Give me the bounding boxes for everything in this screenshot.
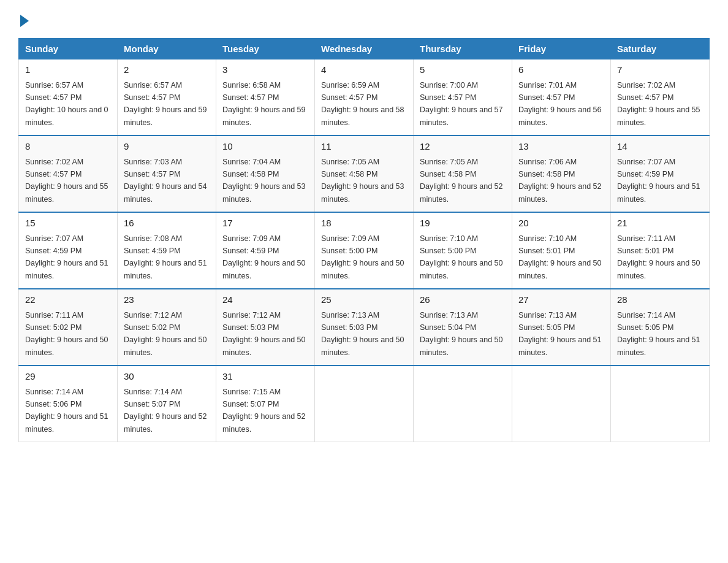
week-row-1: 1 Sunrise: 6:57 AMSunset: 4:57 PMDayligh…	[19, 59, 710, 136]
calendar-cell	[414, 366, 512, 442]
day-info: Sunrise: 7:14 AMSunset: 5:07 PMDaylight:…	[124, 388, 207, 434]
day-number: 9	[124, 140, 210, 154]
day-number: 7	[617, 63, 703, 77]
day-info: Sunrise: 7:13 AMSunset: 5:03 PMDaylight:…	[321, 311, 404, 357]
day-number: 29	[25, 370, 111, 384]
day-number: 27	[518, 293, 604, 307]
calendar-cell: 14 Sunrise: 7:07 AMSunset: 4:59 PMDaylig…	[611, 136, 710, 212]
day-info: Sunrise: 7:11 AMSunset: 5:02 PMDaylight:…	[25, 311, 108, 357]
calendar-cell: 19 Sunrise: 7:10 AMSunset: 5:00 PMDaylig…	[414, 212, 512, 289]
calendar-cell: 11 Sunrise: 7:05 AMSunset: 4:58 PMDaylig…	[315, 136, 414, 212]
day-info: Sunrise: 7:14 AMSunset: 5:05 PMDaylight:…	[617, 311, 700, 357]
header-monday: Monday	[118, 39, 216, 59]
calendar-cell: 3 Sunrise: 6:58 AMSunset: 4:57 PMDayligh…	[216, 59, 315, 136]
day-number: 2	[124, 63, 210, 77]
day-number: 5	[420, 63, 506, 77]
calendar-cell: 9 Sunrise: 7:03 AMSunset: 4:57 PMDayligh…	[118, 136, 216, 212]
day-number: 8	[25, 140, 111, 154]
calendar-cell: 20 Sunrise: 7:10 AMSunset: 5:01 PMDaylig…	[512, 212, 611, 289]
day-info: Sunrise: 7:09 AMSunset: 4:59 PMDaylight:…	[222, 234, 306, 280]
day-info: Sunrise: 6:57 AMSunset: 4:57 PMDaylight:…	[25, 81, 108, 127]
calendar-cell: 2 Sunrise: 6:57 AMSunset: 4:57 PMDayligh…	[118, 59, 216, 136]
calendar-cell: 1 Sunrise: 6:57 AMSunset: 4:57 PMDayligh…	[19, 59, 118, 136]
day-info: Sunrise: 7:09 AMSunset: 5:00 PMDaylight:…	[321, 234, 404, 280]
day-number: 12	[420, 140, 506, 154]
day-info: Sunrise: 6:57 AMSunset: 4:57 PMDaylight:…	[124, 81, 207, 127]
calendar-cell: 5 Sunrise: 7:00 AMSunset: 4:57 PMDayligh…	[414, 59, 512, 136]
calendar-cell: 6 Sunrise: 7:01 AMSunset: 4:57 PMDayligh…	[512, 59, 611, 136]
day-number: 1	[25, 63, 111, 77]
day-number: 25	[321, 293, 407, 307]
day-number: 23	[124, 293, 210, 307]
day-number: 6	[518, 63, 604, 77]
day-info: Sunrise: 7:02 AMSunset: 4:57 PMDaylight:…	[25, 158, 108, 204]
calendar-cell: 7 Sunrise: 7:02 AMSunset: 4:57 PMDayligh…	[611, 59, 710, 136]
day-number: 30	[124, 370, 210, 384]
day-number: 4	[321, 63, 407, 77]
calendar-cell: 18 Sunrise: 7:09 AMSunset: 5:00 PMDaylig…	[315, 212, 414, 289]
day-number: 13	[518, 140, 604, 154]
week-row-5: 29 Sunrise: 7:14 AMSunset: 5:06 PMDaylig…	[19, 366, 710, 442]
day-number: 11	[321, 140, 407, 154]
day-number: 28	[617, 293, 703, 307]
calendar-cell: 26 Sunrise: 7:13 AMSunset: 5:04 PMDaylig…	[414, 289, 512, 366]
calendar-cell	[512, 366, 611, 442]
calendar-cell: 29 Sunrise: 7:14 AMSunset: 5:06 PMDaylig…	[19, 366, 118, 442]
day-info: Sunrise: 7:08 AMSunset: 4:59 PMDaylight:…	[124, 234, 207, 280]
day-number: 21	[617, 216, 703, 231]
logo-arrow-icon	[20, 15, 29, 27]
calendar-cell: 12 Sunrise: 7:05 AMSunset: 4:58 PMDaylig…	[414, 136, 512, 212]
day-number: 31	[222, 370, 308, 384]
day-info: Sunrise: 7:14 AMSunset: 5:06 PMDaylight:…	[25, 388, 108, 434]
day-info: Sunrise: 7:03 AMSunset: 4:57 PMDaylight:…	[124, 158, 207, 204]
day-info: Sunrise: 7:01 AMSunset: 4:57 PMDaylight:…	[518, 81, 602, 127]
day-info: Sunrise: 7:10 AMSunset: 5:00 PMDaylight:…	[420, 234, 503, 280]
day-info: Sunrise: 7:12 AMSunset: 5:02 PMDaylight:…	[124, 311, 207, 357]
day-number: 16	[124, 216, 210, 231]
day-number: 3	[222, 63, 308, 77]
day-number: 24	[222, 293, 308, 307]
calendar-cell	[611, 366, 710, 442]
calendar-cell: 21 Sunrise: 7:11 AMSunset: 5:01 PMDaylig…	[611, 212, 710, 289]
day-number: 15	[25, 216, 111, 231]
day-info: Sunrise: 7:05 AMSunset: 4:58 PMDaylight:…	[321, 158, 404, 204]
day-number: 19	[420, 216, 506, 231]
calendar-cell: 10 Sunrise: 7:04 AMSunset: 4:58 PMDaylig…	[216, 136, 315, 212]
day-info: Sunrise: 7:13 AMSunset: 5:05 PMDaylight:…	[518, 311, 602, 357]
day-info: Sunrise: 7:11 AMSunset: 5:01 PMDaylight:…	[617, 234, 700, 280]
week-row-2: 8 Sunrise: 7:02 AMSunset: 4:57 PMDayligh…	[19, 136, 710, 212]
header-wednesday: Wednesday	[315, 39, 414, 59]
day-info: Sunrise: 7:05 AMSunset: 4:58 PMDaylight:…	[420, 158, 503, 204]
page-header	[18, 12, 710, 27]
day-number: 14	[617, 140, 703, 154]
day-info: Sunrise: 7:15 AMSunset: 5:07 PMDaylight:…	[222, 388, 306, 434]
calendar-cell: 16 Sunrise: 7:08 AMSunset: 4:59 PMDaylig…	[118, 212, 216, 289]
day-info: Sunrise: 7:10 AMSunset: 5:01 PMDaylight:…	[518, 234, 602, 280]
logo	[18, 12, 29, 27]
calendar-cell: 23 Sunrise: 7:12 AMSunset: 5:02 PMDaylig…	[118, 289, 216, 366]
day-info: Sunrise: 7:07 AMSunset: 4:59 PMDaylight:…	[25, 234, 108, 280]
day-number: 22	[25, 293, 111, 307]
day-number: 26	[420, 293, 506, 307]
day-info: Sunrise: 7:12 AMSunset: 5:03 PMDaylight:…	[222, 311, 306, 357]
day-info: Sunrise: 7:07 AMSunset: 4:59 PMDaylight:…	[617, 158, 700, 204]
calendar-cell: 17 Sunrise: 7:09 AMSunset: 4:59 PMDaylig…	[216, 212, 315, 289]
calendar-cell: 30 Sunrise: 7:14 AMSunset: 5:07 PMDaylig…	[118, 366, 216, 442]
calendar-cell: 4 Sunrise: 6:59 AMSunset: 4:57 PMDayligh…	[315, 59, 414, 136]
header-saturday: Saturday	[611, 39, 710, 59]
day-info: Sunrise: 7:13 AMSunset: 5:04 PMDaylight:…	[420, 311, 503, 357]
day-info: Sunrise: 6:59 AMSunset: 4:57 PMDaylight:…	[321, 81, 404, 127]
week-row-4: 22 Sunrise: 7:11 AMSunset: 5:02 PMDaylig…	[19, 289, 710, 366]
calendar-cell: 27 Sunrise: 7:13 AMSunset: 5:05 PMDaylig…	[512, 289, 611, 366]
header-friday: Friday	[512, 39, 611, 59]
calendar-cell: 31 Sunrise: 7:15 AMSunset: 5:07 PMDaylig…	[216, 366, 315, 442]
header-sunday: Sunday	[19, 39, 118, 59]
calendar-cell: 22 Sunrise: 7:11 AMSunset: 5:02 PMDaylig…	[19, 289, 118, 366]
day-info: Sunrise: 7:06 AMSunset: 4:58 PMDaylight:…	[518, 158, 602, 204]
calendar-cell	[315, 366, 414, 442]
calendar-cell: 24 Sunrise: 7:12 AMSunset: 5:03 PMDaylig…	[216, 289, 315, 366]
calendar-cell: 28 Sunrise: 7:14 AMSunset: 5:05 PMDaylig…	[611, 289, 710, 366]
calendar-cell: 25 Sunrise: 7:13 AMSunset: 5:03 PMDaylig…	[315, 289, 414, 366]
calendar-cell: 15 Sunrise: 7:07 AMSunset: 4:59 PMDaylig…	[19, 212, 118, 289]
header-thursday: Thursday	[414, 39, 512, 59]
